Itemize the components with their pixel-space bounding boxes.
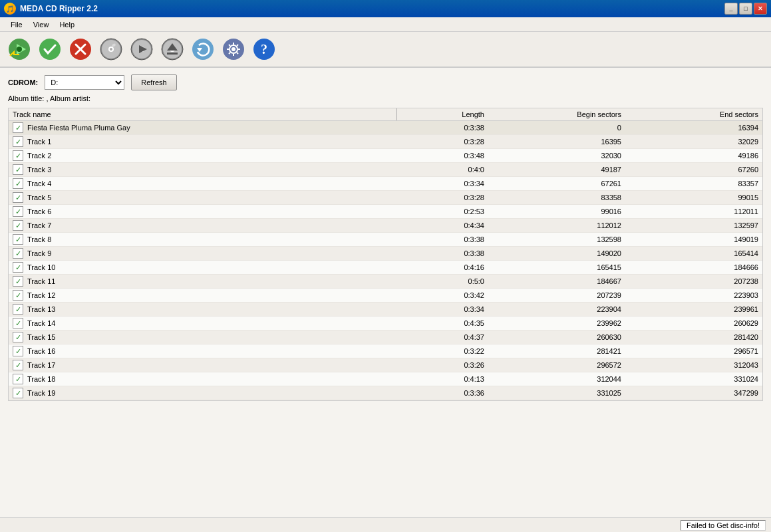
help-button[interactable]: ? (250, 35, 278, 63)
track-name-cell: ✓Track 15 (9, 331, 397, 344)
track-end: 347299 (625, 386, 762, 400)
track-name-cell: ✓Track 13 (9, 303, 397, 317)
table-row[interactable]: ✓Track 150:4:37260630281420 (9, 331, 762, 344)
track-length: 0:3:38 (397, 121, 488, 135)
track-length: 0:4:16 (397, 261, 488, 275)
track-name: Track 5 (27, 194, 51, 201)
track-checkbox[interactable]: ✓ (13, 360, 23, 370)
track-length: 0:3:28 (397, 135, 488, 149)
track-checkbox[interactable]: ✓ (13, 248, 23, 259)
table-row[interactable]: ✓Track 40:3:346726183357 (9, 177, 762, 191)
track-table-wrapper[interactable]: Track name Length Begin sectors End sect… (8, 108, 763, 401)
track-checkbox[interactable]: ✓ (13, 304, 23, 315)
svg-line-32 (237, 53, 238, 54)
track-name-cell: ✓Track 5 (9, 191, 397, 205)
track-checkbox[interactable]: ✓ (13, 332, 23, 342)
table-row[interactable]: ✓Track 180:4:13312044331024 (9, 372, 762, 386)
track-end: 312043 (625, 358, 762, 372)
settings-button[interactable] (220, 35, 247, 63)
track-checkbox[interactable]: ✓ (13, 290, 23, 301)
track-checkbox[interactable]: ✓ (13, 206, 23, 217)
minimize-button[interactable]: _ (724, 3, 738, 15)
track-name-cell: ✓Track 10 (9, 261, 397, 275)
track-name-cell: ✓Track 18 (9, 372, 397, 386)
track-name-cell: ✓Fiesta Fiesta Pluma Pluma Gay (9, 121, 397, 135)
track-name: Track 18 (27, 375, 55, 383)
track-name: Track 17 (27, 361, 55, 369)
track-checkbox[interactable]: ✓ (13, 346, 23, 356)
svg-point-10 (110, 48, 112, 51)
table-row[interactable]: ✓Fiesta Fiesta Pluma Pluma Gay0:3:380163… (9, 121, 762, 135)
table-row[interactable]: ✓Track 190:3:36331025347299 (9, 386, 762, 400)
cd-info-button[interactable] (97, 35, 125, 63)
table-row[interactable]: ✓Track 120:3:42207239223903 (9, 289, 762, 303)
track-checkbox[interactable]: ✓ (13, 388, 23, 398)
maximize-button[interactable]: □ (739, 3, 752, 15)
track-begin: 32030 (488, 149, 625, 163)
cancel-button[interactable] (67, 35, 94, 63)
track-checkbox[interactable]: ✓ (13, 318, 23, 329)
track-begin: 149020 (488, 247, 625, 261)
refresh-button[interactable]: Refresh (131, 74, 177, 90)
track-name-cell: ✓Track 14 (9, 317, 397, 331)
track-length: 0:2:53 (397, 205, 488, 219)
track-checkbox[interactable]: ✓ (13, 220, 23, 231)
track-end: 49186 (625, 149, 762, 163)
svg-line-34 (229, 53, 230, 54)
track-name-cell: ✓Track 4 (9, 177, 397, 191)
col-begin: Begin sectors (488, 108, 625, 121)
check-button[interactable] (36, 35, 64, 63)
menu-help[interactable]: Help (54, 19, 80, 30)
play-button[interactable] (128, 35, 156, 63)
table-row[interactable]: ✓Track 80:3:38132598149019 (9, 233, 762, 247)
track-length: 0:3:28 (397, 191, 488, 205)
track-end: 223903 (625, 289, 762, 303)
refresh-toolbar-button[interactable] (189, 35, 217, 63)
svg-rect-20 (167, 53, 178, 55)
track-checkbox[interactable]: ✓ (13, 276, 23, 287)
track-begin: 260630 (488, 331, 625, 344)
table-row[interactable]: ✓Track 160:3:22281421296571 (9, 344, 762, 358)
table-row[interactable]: ✓Track 20:3:483203049186 (9, 149, 762, 163)
table-row[interactable]: ✓Track 10:3:281639532029 (9, 135, 762, 149)
track-checkbox[interactable]: ✓ (13, 374, 23, 384)
track-table: Track name Length Begin sectors End sect… (9, 108, 762, 400)
track-checkbox[interactable]: ✓ (13, 164, 23, 175)
track-end: 207238 (625, 275, 762, 289)
track-length: 0:3:38 (397, 247, 488, 261)
track-name: Track 11 (27, 277, 55, 285)
track-end: 239961 (625, 303, 762, 317)
track-name-cell: ✓Track 17 (9, 358, 397, 372)
track-checkbox[interactable]: ✓ (13, 150, 23, 161)
track-checkbox[interactable]: ✓ (13, 122, 23, 133)
track-name: Track 9 (27, 249, 51, 257)
table-row[interactable]: ✓Track 140:4:35239962260629 (9, 317, 762, 331)
table-row[interactable]: ✓Track 100:4:16165415184666 (9, 261, 762, 275)
track-name: Track 8 (27, 235, 51, 243)
rip-button[interactable] (5, 35, 33, 63)
table-row[interactable]: ✓Track 60:2:5399016112011 (9, 205, 762, 219)
menu-view[interactable]: View (28, 19, 55, 30)
table-row[interactable]: ✓Track 30:4:04918767260 (9, 163, 762, 177)
svg-point-2 (17, 47, 22, 52)
track-name: Track 12 (27, 291, 55, 299)
table-row[interactable]: ✓Track 130:3:34223904239961 (9, 303, 762, 317)
menu-file[interactable]: File (5, 19, 28, 30)
track-end: 281420 (625, 331, 762, 344)
track-end: 132597 (625, 219, 762, 233)
table-row[interactable]: ✓Track 170:3:26296572312043 (9, 358, 762, 372)
eject-button[interactable] (158, 35, 186, 63)
track-checkbox[interactable]: ✓ (13, 234, 23, 245)
table-row[interactable]: ✓Track 110:5:0184667207238 (9, 275, 762, 289)
track-checkbox[interactable]: ✓ (13, 192, 23, 203)
track-checkbox[interactable]: ✓ (13, 136, 23, 147)
table-row[interactable]: ✓Track 50:3:288335899015 (9, 191, 762, 205)
track-begin: 67261 (488, 177, 625, 191)
table-row[interactable]: ✓Track 70:4:34112012132597 (9, 219, 762, 233)
close-button[interactable]: ✕ (754, 3, 767, 15)
track-name: Track 13 (27, 305, 55, 313)
track-checkbox[interactable]: ✓ (13, 178, 23, 189)
track-checkbox[interactable]: ✓ (13, 262, 23, 273)
cdrom-select[interactable]: D: (45, 75, 124, 90)
table-row[interactable]: ✓Track 90:3:38149020165414 (9, 247, 762, 261)
